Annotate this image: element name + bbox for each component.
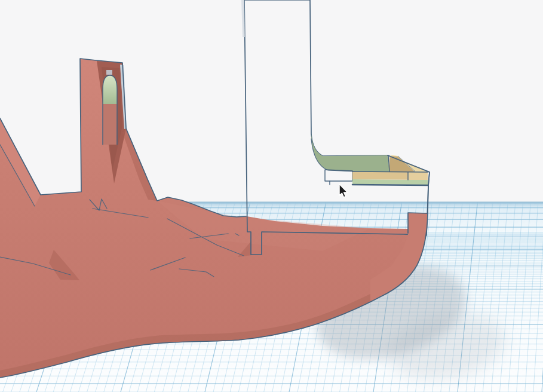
mouse-cursor-icon [339, 184, 348, 197]
insert-front-top-edge [352, 172, 428, 172]
insert-front-band-right [408, 172, 428, 180]
column-edge-highlight [241, 0, 245, 37]
bracket-light-strip [352, 179, 428, 185]
bracket-groove-line [352, 185, 428, 185]
viewport [0, 0, 543, 392]
cad-canvas[interactable] [0, 0, 543, 392]
arch-upper [103, 75, 117, 104]
arch-lower [103, 103, 117, 145]
bracket-top-face [311, 134, 389, 172]
insert-inner-face [389, 156, 415, 172]
arch-crown-tab [106, 70, 112, 75]
